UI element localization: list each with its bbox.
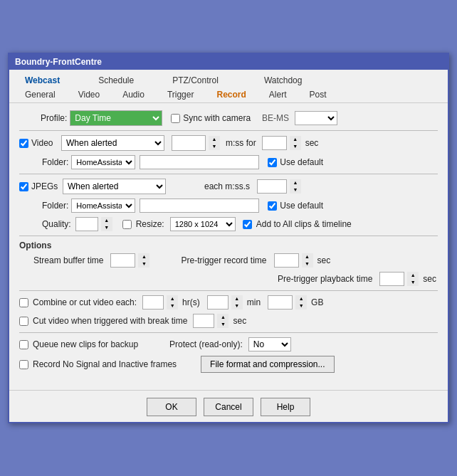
nav-watchdog[interactable]: Watchdog	[256, 74, 311, 87]
cut-sec-label: sec	[233, 316, 246, 326]
pretrigger-playback-sec-label: sec	[423, 274, 436, 284]
video-sec-down[interactable]	[290, 143, 301, 150]
nav-record[interactable]: Record	[208, 88, 254, 101]
add-clips-checkbox[interactable]	[243, 220, 252, 229]
combine-value-input[interactable]: 1	[142, 295, 164, 310]
quality-down[interactable]	[101, 224, 112, 231]
nav-post[interactable]: Post	[301, 88, 335, 101]
help-button[interactable]: Help	[261, 398, 310, 416]
video-label: Video	[31, 138, 58, 148]
jpegs-time-up[interactable]	[290, 179, 301, 186]
jpegs-checkbox[interactable]	[19, 182, 28, 191]
pretrigger-playback-input[interactable]: 2.0	[379, 272, 404, 286]
combine-down[interactable]	[167, 302, 178, 310]
min-label: min	[247, 297, 261, 307]
combine-spinner	[167, 295, 178, 310]
nav-row-1: Webcast Schedule PTZ/Control Watchdog	[16, 74, 441, 87]
add-clips-label: Add to All clips & timeline	[256, 219, 352, 229]
be-ms-select[interactable]	[295, 111, 337, 125]
pretrigger-record-label: Pre-trigger record time	[181, 255, 266, 265]
video-time-down[interactable]	[209, 143, 220, 150]
resize-label: Resize:	[136, 219, 164, 229]
video-sec-input[interactable]: 5.0	[262, 136, 287, 150]
nav-general[interactable]: General	[16, 88, 64, 101]
sync-camera-label: Sync with camera	[183, 113, 251, 123]
video-use-default-checkbox[interactable]	[268, 158, 277, 167]
min-up[interactable]	[231, 295, 243, 302]
pretrigger-record-up[interactable]	[302, 253, 313, 260]
quality-up[interactable]	[101, 217, 112, 224]
pretrigger-playback-down[interactable]	[407, 279, 419, 286]
cut-down[interactable]	[217, 321, 228, 328]
nav-audio[interactable]: Audio	[114, 88, 153, 101]
nav-ptz-control[interactable]: PTZ/Control	[164, 74, 227, 87]
combine-up[interactable]	[167, 295, 178, 302]
gb-up[interactable]	[295, 295, 307, 302]
gb-spinner	[295, 295, 307, 310]
ok-button[interactable]: OK	[147, 398, 196, 416]
video-sec-up[interactable]	[290, 136, 301, 143]
queue-label: Queue new clips for backup	[33, 339, 138, 349]
nav-alert[interactable]: Alert	[261, 88, 295, 101]
content-area: Profile: Day Time Sync with camera BE-MS…	[9, 103, 448, 384]
video-folder-row: Folder: HomeAssista &CAM.%Y%m%d_%H%M%S U…	[33, 155, 438, 169]
min-down[interactable]	[231, 302, 243, 310]
record-signal-row: Record No Signal and Inactive frames Fil…	[19, 356, 438, 373]
jpegs-cam-path[interactable]: &CAM.%Y%m%d_%H%M%S%t	[140, 199, 259, 213]
jpegs-folder-select[interactable]: HomeAssista	[71, 199, 135, 213]
file-format-button[interactable]: File format and compression...	[201, 356, 334, 373]
hrs-label: hr(s)	[182, 297, 200, 307]
resize-checkbox[interactable]	[122, 220, 132, 229]
video-mss-for-label: m:ss for	[226, 138, 256, 148]
quality-input[interactable]: 80	[75, 217, 98, 231]
jpegs-time-input[interactable]: 0:02.0	[257, 179, 287, 194]
min-input[interactable]: 0	[207, 295, 228, 310]
video-time-up[interactable]	[209, 136, 220, 143]
protect-label: Protect (read-only):	[169, 339, 243, 349]
jpegs-label: JPEGs	[31, 181, 60, 191]
video-sec-spinner	[290, 136, 301, 150]
cancel-button[interactable]: Cancel	[204, 398, 253, 416]
jpegs-time-down[interactable]	[290, 186, 301, 194]
cut-value-input[interactable]: 0	[193, 314, 214, 328]
cut-checkbox[interactable]	[19, 317, 28, 326]
stream-buffer-down[interactable]	[138, 260, 149, 268]
pretrigger-record-down[interactable]	[302, 260, 313, 268]
nav-schedule[interactable]: Schedule	[90, 74, 142, 87]
queue-row: Queue new clips for backup Protect (read…	[19, 337, 438, 351]
gb-down[interactable]	[295, 302, 307, 310]
sync-camera-checkbox[interactable]	[171, 114, 180, 123]
protect-select[interactable]: No	[248, 337, 291, 351]
dialog-buttons: OK Cancel Help	[9, 390, 448, 422]
pretrigger-playback-up[interactable]	[407, 272, 419, 279]
video-folder-label: Folder:	[42, 157, 68, 167]
video-cam-path[interactable]: &CAM.%Y%m%d_%H%M%S	[140, 155, 259, 169]
record-signal-checkbox[interactable]	[19, 360, 28, 369]
nav-row-2: General Video Audio Trigger Record Alert…	[16, 88, 441, 101]
gb-label: GB	[311, 297, 323, 307]
nav-webcast[interactable]: Webcast	[16, 74, 68, 87]
gb-input[interactable]: 4.0	[268, 295, 293, 310]
stream-buffer-input[interactable]: 5.0	[110, 253, 135, 268]
video-checkbox[interactable]	[19, 139, 28, 148]
video-folder-select[interactable]: HomeAssista	[71, 155, 135, 169]
profile-select[interactable]: Day Time	[70, 110, 162, 126]
combine-checkbox[interactable]	[19, 298, 28, 307]
stream-buffer-up[interactable]	[138, 253, 149, 260]
stream-buffer-spinner	[138, 253, 149, 268]
combine-label: Combine or cut video each:	[33, 297, 137, 307]
jpegs-when-alerted-select[interactable]: When alerted	[63, 179, 166, 194]
cut-up[interactable]	[217, 314, 228, 321]
nav-video[interactable]: Video	[70, 88, 108, 101]
nav-trigger[interactable]: Trigger	[159, 88, 203, 101]
video-when-alerted-select[interactable]: When alerted	[61, 135, 164, 151]
pretrigger-record-input[interactable]: 2.0	[274, 253, 299, 268]
video-time-input[interactable]: 10:00	[172, 135, 206, 151]
resize-select[interactable]: 1280 x 1024	[170, 217, 236, 231]
cut-row: Cut video when triggered with break time…	[19, 314, 438, 328]
jpegs-use-default-checkbox[interactable]	[268, 201, 277, 211]
window-title: Boundry-FrontCentre	[15, 57, 102, 67]
queue-checkbox[interactable]	[19, 340, 28, 349]
pretrigger-record-sec-label: sec	[317, 255, 331, 265]
video-use-default-label: Use default	[280, 157, 323, 167]
